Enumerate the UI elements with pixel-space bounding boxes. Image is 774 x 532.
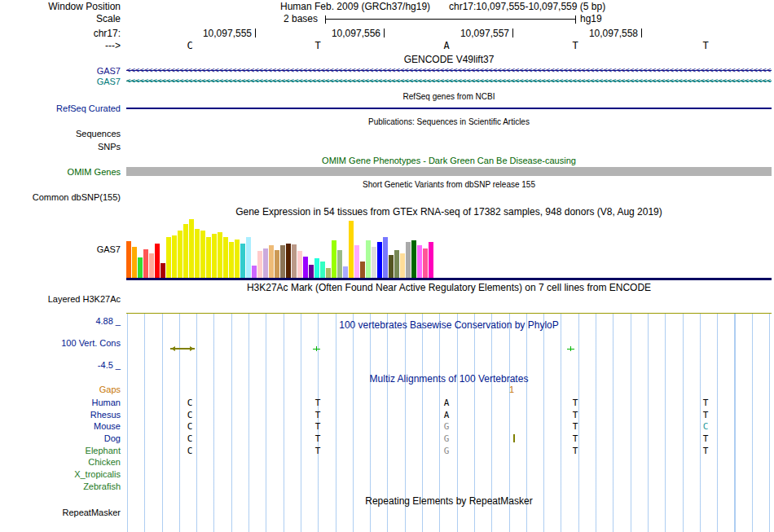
- strand-direction-label: --->: [0, 40, 121, 51]
- species-label-dog[interactable]: Dog: [0, 433, 121, 443]
- publications-track-title: Publications: Sequences in Scientific Ar…: [126, 117, 772, 126]
- alignment-base: T: [573, 433, 578, 444]
- conservation-max-value: 4.88 _: [0, 316, 121, 326]
- gtex-expression-bar: [286, 244, 291, 278]
- alignment-base: T: [315, 433, 321, 444]
- refseq-gene-line: [126, 108, 772, 109]
- refseq-curated-label[interactable]: RefSeq Curated: [0, 103, 121, 113]
- conservation-green-mark-1: [313, 346, 320, 350]
- alignment-base: T: [315, 421, 321, 432]
- gtex-expression-bar: [337, 250, 342, 278]
- gtex-expression-bar: [423, 248, 428, 278]
- sequences-track-label[interactable]: Sequences: [0, 129, 121, 138]
- gtex-expression-bar: [223, 237, 228, 278]
- alignment-base: T: [703, 433, 709, 444]
- omim-genes-label[interactable]: OMIM Genes: [0, 167, 121, 177]
- gtex-expression-bar: [200, 231, 205, 278]
- gaps-row-label[interactable]: Gaps: [0, 385, 121, 394]
- gtex-expression-bar: [406, 242, 411, 278]
- common-dbsnp-label[interactable]: Common dbSNP(155): [0, 192, 121, 202]
- sequence-base: C: [187, 40, 192, 51]
- species-label-human[interactable]: Human: [0, 398, 121, 407]
- refseq-track-title: RefSeq genes from NCBI: [126, 92, 772, 101]
- gtex-expression-bar: [263, 248, 268, 278]
- gtex-expression-bar: [275, 250, 279, 278]
- species-label-mouse[interactable]: Mouse: [0, 421, 121, 431]
- gtex-expression-bar: [212, 234, 217, 278]
- sequence-base: T: [314, 40, 320, 51]
- sequence-base: A: [443, 40, 449, 51]
- alignment-base: C: [187, 433, 193, 444]
- gene-label-gas7-2[interactable]: GAS7: [0, 77, 121, 86]
- alignment-base: C: [187, 410, 193, 420]
- conservation-track-title: 100 vertebrates Basewise Conservation by…: [126, 319, 772, 331]
- gtex-expression-bar: [252, 266, 257, 278]
- alignment-base: C: [187, 398, 193, 408]
- gene-label-gas7-1[interactable]: GAS7: [0, 66, 121, 76]
- gene-transcript-arrows-1: <<<<<<<<<<<<<<<<<<<<<<<<<<<<<<<<<<<<<<<<…: [126, 66, 772, 75]
- scale-value: 2 bases: [284, 13, 318, 24]
- species-label-chicken[interactable]: Chicken: [0, 457, 121, 467]
- scale-bracket: [325, 15, 576, 24]
- gtex-gene-label[interactable]: GAS7: [0, 244, 121, 254]
- window-position-label: Window Position: [0, 1, 121, 12]
- chromosome-label: chr17:: [0, 28, 121, 39]
- alignment-base: T: [315, 446, 321, 456]
- gap-count-value: 1: [509, 385, 514, 394]
- omim-track-title: OMIM Gene Phenotypes - Dark Green Can Be…: [126, 156, 772, 165]
- gtex-expression-bar: [206, 237, 211, 278]
- alignment-base: A: [444, 398, 450, 408]
- gtex-expression-bar: [132, 247, 137, 278]
- alignment-base: T: [573, 446, 578, 456]
- ruler-tick-label: 10,097,558: [576, 28, 638, 39]
- conservation-track-label[interactable]: 100 Vert. Cons: [0, 338, 121, 348]
- ruler-tick-mark: [255, 29, 256, 37]
- snps-track-label[interactable]: SNPs: [0, 142, 121, 152]
- gtex-expression-bar: [246, 237, 251, 278]
- h3k27ac-signal-line: [126, 313, 772, 314]
- alignment-base: C: [187, 421, 193, 432]
- gtex-expression-bar: [400, 253, 405, 278]
- gtex-expression-bar: [366, 240, 371, 278]
- gtex-expression-bar: [314, 258, 319, 278]
- ruler-tick-label: 10,097,556: [319, 28, 380, 39]
- gtex-expression-bar: [411, 240, 416, 278]
- sequence-base: T: [572, 40, 578, 51]
- alignment-base: G: [444, 433, 450, 444]
- h3k27ac-track-title: H3K27Ac Mark (Often Found Near Active Re…: [126, 282, 772, 293]
- repeatmasker-label[interactable]: RepeatMasker: [0, 508, 121, 517]
- gtex-expression-bar: [143, 249, 148, 278]
- species-label-rhesus[interactable]: Rhesus: [0, 410, 121, 420]
- layered-h3k27ac-label[interactable]: Layered H3K27Ac: [0, 294, 121, 304]
- alignment-base: T: [703, 446, 709, 456]
- repeatmasker-track-title: Repeating Elements by RepeatMasker: [126, 495, 772, 507]
- ruler-tick-mark: [512, 29, 513, 37]
- gtex-expression-bar: [303, 257, 308, 278]
- gtex-expression-bar: [195, 229, 200, 278]
- genome-label: hg19: [580, 13, 602, 24]
- alignment-base: A: [444, 410, 450, 420]
- gtex-expression-bar: [269, 245, 274, 278]
- gtex-expression-bar: [161, 263, 165, 278]
- alignment-base: T: [315, 398, 321, 408]
- alignment-base: T: [573, 398, 578, 408]
- gtex-expression-bar: [389, 255, 394, 278]
- gtex-expression-bar: [183, 224, 188, 278]
- alignment-base: T: [573, 410, 578, 420]
- gtex-expression-bar: [360, 262, 365, 278]
- gtex-expression-bar: [326, 268, 331, 278]
- gtex-expression-bar: [377, 242, 382, 278]
- gtex-expression-bar: [383, 237, 388, 278]
- omim-gene-bar: [126, 167, 772, 176]
- species-label-elephant[interactable]: Elephant: [0, 446, 121, 455]
- gtex-track-title: Gene Expression in 54 tissues from GTEx …: [126, 206, 772, 218]
- gtex-expression-bar: [178, 231, 183, 278]
- alignment-base: T: [573, 421, 578, 432]
- species-label-x_tropicalis[interactable]: X_tropicalis: [0, 469, 121, 479]
- dog-alignment-break-tick: [513, 434, 515, 442]
- species-label-zebrafish[interactable]: Zebrafish: [0, 481, 121, 491]
- gtex-expression-bar: [429, 242, 433, 278]
- assembly-title: Human Feb. 2009 (GRCh37/hg19): [280, 1, 430, 12]
- gtex-expression-bar: [354, 245, 359, 278]
- gtex-expression-bar: [349, 221, 354, 278]
